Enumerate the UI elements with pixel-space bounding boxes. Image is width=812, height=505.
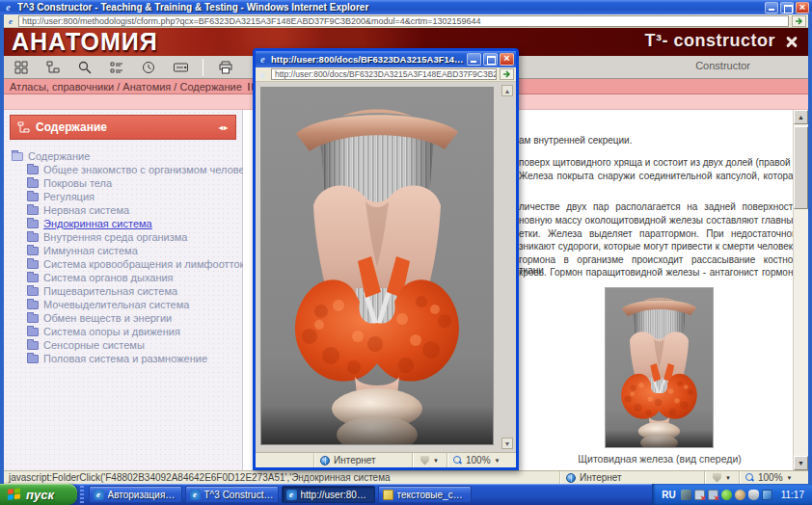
go-button[interactable] <box>792 15 806 27</box>
media-card-button[interactable] <box>171 59 190 76</box>
popup-maximize-button[interactable] <box>483 53 498 66</box>
folder-icon <box>27 355 39 363</box>
popup-protected-mode[interactable]: ▼ <box>412 453 447 467</box>
taskbar-clock[interactable]: 11:17 <box>777 490 804 500</box>
tree-item[interactable]: Половая система и размножение <box>12 352 238 365</box>
status-protected-mode[interactable]: ▼ <box>704 471 739 484</box>
status-zoom[interactable]: 100% ▼ <box>739 471 808 484</box>
zoom-level: 100% <box>758 472 783 483</box>
history-clock-button[interactable] <box>139 59 158 76</box>
tree-item[interactable]: Внутренняя среда организма <box>12 230 238 244</box>
scrollbar-thumb[interactable] <box>794 126 808 209</box>
popup-statusbar: Интернет ▼ 100% ▼ <box>256 452 516 467</box>
tree-item-label: Мочевыделительная система <box>43 299 189 310</box>
tray-icon-2[interactable] <box>694 490 705 500</box>
tray-icon-3[interactable] <box>708 490 718 500</box>
tree-item[interactable]: Сенсорные системы <box>12 338 238 352</box>
taskbar-divider <box>80 486 84 503</box>
thyroid-image[interactable] <box>260 87 494 445</box>
address-input[interactable]: http://user:800/methodologist/cform.php?… <box>18 15 789 27</box>
tree-item[interactable]: Нервная система <box>12 203 238 217</box>
tray-icon-6[interactable] <box>748 490 759 500</box>
search-button[interactable] <box>75 59 95 76</box>
tray-icon-1[interactable] <box>681 490 691 500</box>
print-button[interactable] <box>216 59 235 76</box>
app-title: АНАТОМИЯ <box>4 28 158 56</box>
sidebar-header[interactable]: Содержание ◂▸ <box>10 115 236 140</box>
folder-icon <box>27 179 39 188</box>
tray-icon-5[interactable] <box>735 490 745 500</box>
list-view-button[interactable] <box>107 59 126 76</box>
tree-item[interactable]: Общее знакомство с организмом человека <box>12 163 238 176</box>
close-button[interactable] <box>796 2 809 13</box>
scroll-down-button[interactable]: ▼ <box>794 456 808 470</box>
taskbar-task-active[interactable]: e http://user:800/docs... <box>282 486 375 503</box>
popup-go-button[interactable] <box>500 68 514 80</box>
tree-item[interactable]: Обмен веществ и энергии <box>12 311 238 325</box>
tree-item-label: Регуляция <box>43 191 95 202</box>
tools-icon[interactable] <box>783 34 800 51</box>
tiles-view-button[interactable] <box>12 59 31 76</box>
popup-address-bar: e http://user:800/docs/BF6323DA3215A3F14… <box>256 67 516 82</box>
tree-item-selected[interactable]: Эндокринная система <box>12 217 238 230</box>
content-scrollbar[interactable]: ▲ ▼ <box>793 110 808 470</box>
maximize-button[interactable] <box>780 2 794 13</box>
popup-address-input[interactable]: http://user:800/docs/BF6323DA3215A3F148E… <box>271 68 497 80</box>
open-folder-icon <box>12 152 23 161</box>
tree-item[interactable]: Регуляция <box>12 190 238 203</box>
minimize-button[interactable] <box>765 2 778 13</box>
start-button[interactable]: пуск <box>0 484 77 505</box>
popup-titlebar[interactable]: e http://user:800/docs/BF6323DA3215A3F14… <box>256 51 516 67</box>
tree-view-button[interactable] <box>43 59 63 76</box>
ie-icon: e <box>190 490 201 500</box>
folder-icon <box>27 260 39 269</box>
tree-item-label: Система органов дыхания <box>43 272 174 283</box>
content-text-line: новную массу околощитовидной железы сост… <box>519 215 793 226</box>
image-caption: Щитовидная железа (вид спереди) <box>554 453 766 465</box>
tree-item-label: Обмен веществ и энергии <box>43 312 172 324</box>
taskbar-task[interactable]: текстовые_свед.JP... <box>378 486 472 503</box>
folder-icon <box>27 247 39 255</box>
page-icon: e <box>257 69 268 80</box>
scroll-up-button[interactable]: ▲ <box>794 110 808 124</box>
folder-icon <box>27 166 39 174</box>
task-label: Авторизация. Teachi... <box>108 490 177 500</box>
popup-window: e http://user:800/docs/BF6323DA3215A3F14… <box>253 48 519 470</box>
start-label: пуск <box>26 488 54 502</box>
scrollbar-track[interactable] <box>794 124 808 456</box>
popup-scroll-down-icon[interactable]: ▼ <box>501 438 513 449</box>
windows-flag-icon <box>8 488 21 501</box>
brand-logo: T³- constructor <box>645 31 776 51</box>
tree-item-label: Покровы тела <box>43 177 112 189</box>
tree-item[interactable]: Система органов дыхания <box>12 271 238 284</box>
language-indicator[interactable]: RU <box>662 490 675 500</box>
tray-icon-4[interactable] <box>721 490 732 500</box>
popup-status-zoom[interactable]: 100% ▼ <box>447 453 516 467</box>
window-titlebar[interactable]: e T^3 Constructor - Teaching & Training … <box>0 0 812 14</box>
content-text-line: зникают судороги, которые могут привести… <box>519 241 793 252</box>
tree-item[interactable]: Покровы тела <box>12 176 238 190</box>
tree-item-label: Иммунная система <box>43 245 138 256</box>
tree-item[interactable]: Мочевыделительная система <box>12 298 238 311</box>
taskbar-task[interactable]: e Авторизация. Teachi... <box>89 486 182 503</box>
taskbar-task[interactable]: e T^3 Constructor - Te... <box>185 486 279 503</box>
tray-icon-7[interactable] <box>762 490 772 500</box>
tree-item[interactable]: Система опоры и движения <box>12 325 238 338</box>
tree-item[interactable]: Иммунная система <box>12 244 238 257</box>
thyroid-thumbnail-image[interactable] <box>605 287 714 448</box>
popup-minimize-button[interactable] <box>467 53 481 66</box>
popup-close-button[interactable] <box>500 53 514 66</box>
collapse-arrows-icon[interactable]: ◂▸ <box>219 123 229 132</box>
contents-tree: Содержание Общее знакомство с организмом… <box>4 144 242 365</box>
breadcrumb-path[interactable]: Атласы, справочники / Анатомия / Содержа… <box>10 81 242 93</box>
system-tray: RU 11:17 <box>652 484 812 505</box>
tree-item-label: Система опоры и движения <box>43 326 180 337</box>
window-statusbar: javascript:FolderClick('F48802B34092A846… <box>4 470 808 484</box>
tree-item[interactable]: Пищеварительная система <box>12 284 238 298</box>
zoom-magnifier-icon <box>745 473 754 482</box>
tree-item[interactable]: Система кровообращения и лимфооттока <box>12 257 238 271</box>
content-text-line: кровь. Гормон паращитовидной железы - ан… <box>519 267 793 278</box>
tree-root[interactable]: Содержание <box>12 149 238 163</box>
popup-scroll-up-icon[interactable]: ▲ <box>501 85 513 96</box>
toolbar-separator <box>203 59 203 76</box>
